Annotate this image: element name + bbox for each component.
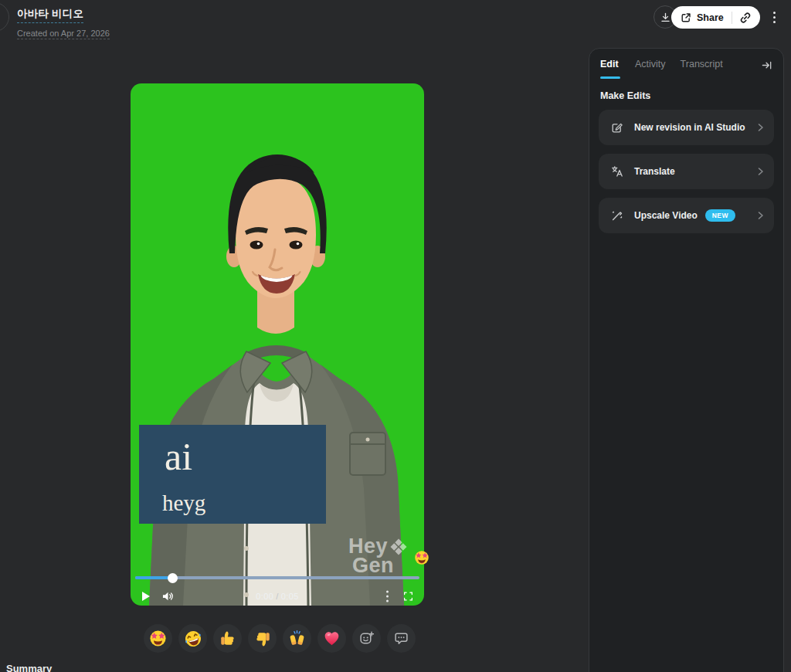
tab-activity[interactable]: Activity (635, 59, 666, 79)
share-label: Share (697, 12, 724, 23)
fullscreen-icon (403, 592, 413, 602)
fullscreen-button[interactable] (403, 592, 413, 602)
new-badge: NEW (705, 209, 735, 222)
add-reaction-icon (359, 631, 374, 646)
duration: 0:05 (281, 592, 299, 601)
tab-edit[interactable]: Edit (600, 59, 620, 79)
thumbs-down-emoji-icon (253, 630, 271, 647)
heart-emoji-icon (323, 630, 341, 647)
reaction-thumbs-up-button[interactable] (213, 624, 242, 653)
action-translate[interactable]: Translate (599, 154, 774, 189)
link-icon[interactable] (739, 12, 752, 24)
heygen-logo-icon (390, 538, 407, 555)
share-button[interactable]: Share (671, 6, 760, 29)
comment-icon (394, 632, 409, 645)
video-caption-overlay: ai heyg (139, 425, 326, 524)
panel-tabs: Edit Activity Transcript (589, 49, 783, 79)
download-icon (660, 12, 671, 23)
time-display: 0:00/0:05 (131, 592, 424, 601)
chevron-right-icon (757, 122, 764, 133)
back-button[interactable] (0, 2, 9, 32)
caption-text-small: heyg (162, 492, 205, 514)
add-reaction-button[interactable] (352, 624, 381, 653)
thumbs-up-emoji-icon (219, 630, 236, 647)
progress-handle[interactable] (168, 573, 178, 583)
magic-pen-icon (611, 209, 623, 222)
progress-bar[interactable] (135, 576, 419, 579)
reaction-star-struck-button[interactable] (144, 624, 172, 653)
heygen-watermark: Hey Gen (330, 535, 407, 578)
progress-fill (135, 576, 172, 579)
action-upscale-video[interactable]: Upscale Video NEW (599, 198, 774, 233)
player-kebab-menu[interactable] (386, 591, 389, 602)
video-title-block: 아바타 비디오 Created on Apr 27, 2026 (17, 6, 110, 39)
current-time: 0:00 (256, 592, 273, 601)
reaction-thumbs-down-button[interactable] (248, 624, 277, 653)
avatar-illustration (131, 83, 424, 606)
external-link-icon (681, 12, 691, 23)
collapse-panel-button[interactable] (761, 59, 772, 71)
edit-square-icon (611, 121, 623, 134)
caption-text-large: ai (165, 436, 192, 478)
reaction-heart-button[interactable] (317, 624, 346, 653)
page-title[interactable]: 아바타 비디오 (17, 7, 83, 23)
player-controls: 0:00/0:05 (131, 585, 424, 606)
translate-icon (611, 165, 623, 178)
comment-button[interactable] (387, 624, 416, 653)
chevron-right-icon (757, 210, 764, 221)
raising-hands-emoji-icon (288, 630, 306, 647)
header-kebab-menu[interactable] (772, 10, 777, 25)
floating-star-struck-emoji (414, 550, 429, 565)
collapse-panel-icon (761, 59, 772, 71)
pill-divider (732, 12, 732, 24)
make-edits-heading: Make Edits (600, 90, 772, 101)
edit-panel: Edit Activity Transcript Make Edits New … (589, 48, 784, 672)
reaction-rofl-button[interactable] (178, 624, 207, 653)
action-new-revision[interactable]: New revision in AI Studio (599, 110, 774, 145)
chevron-right-icon (757, 166, 764, 177)
reaction-raising-hands-button[interactable] (283, 624, 311, 653)
created-date: Created on Apr 27, 2026 (17, 29, 110, 39)
star-struck-emoji-icon (149, 630, 167, 647)
video-player[interactable]: ai heyg Hey Gen (131, 83, 424, 606)
rofl-emoji-icon (184, 630, 202, 648)
summary-heading: Summary (6, 663, 52, 672)
reactions-row (144, 624, 416, 653)
tab-transcript[interactable]: Transcript (681, 59, 723, 79)
